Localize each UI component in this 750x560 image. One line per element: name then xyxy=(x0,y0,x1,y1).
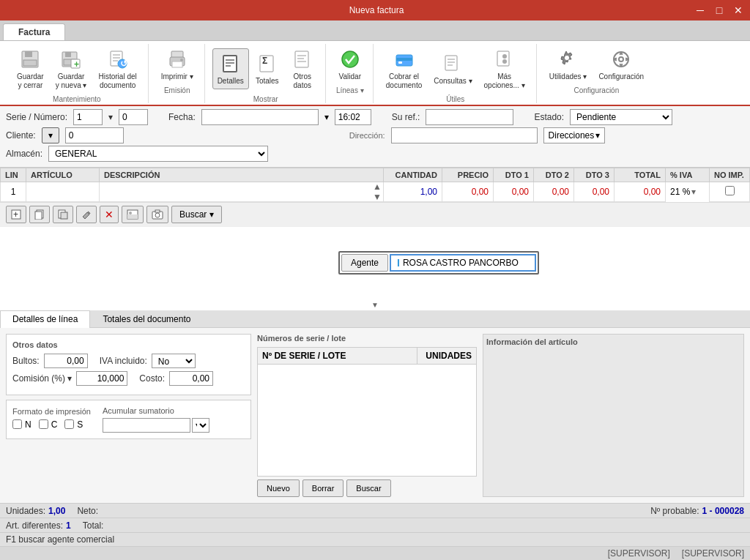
formato-n-checkbox[interactable] xyxy=(12,419,22,429)
tab-totales-documento[interactable]: Totales del documento xyxy=(90,310,203,327)
art-dif-label: Art. diferentes: xyxy=(6,520,63,531)
historial-button[interactable]: ↺ Historial deldocumento xyxy=(94,44,142,94)
borrar-serie-button[interactable]: Borrar xyxy=(302,479,344,497)
numero-input[interactable] xyxy=(119,109,148,125)
cell-cantidad[interactable]: 1,00 xyxy=(384,182,442,202)
validar-button[interactable]: Validar xyxy=(333,44,367,85)
imprimir-button[interactable]: Imprimir ▾ xyxy=(156,44,198,85)
buscar-serie-button[interactable]: Buscar xyxy=(346,479,390,497)
bultos-input[interactable] xyxy=(44,354,88,368)
acumular-input[interactable] xyxy=(103,418,190,433)
svg-rect-16 xyxy=(172,61,182,67)
agente-button[interactable]: Agente xyxy=(341,254,388,272)
cell-descripcion[interactable]: ▲ ▼ xyxy=(100,182,384,202)
window-controls[interactable]: ─ □ ✕ xyxy=(691,3,747,18)
hora-input[interactable] xyxy=(335,109,371,125)
svg-point-39 xyxy=(565,56,569,60)
ribbon-group-emision: Imprimir ▾ Emisión xyxy=(150,44,205,103)
tab-detalles-linea[interactable]: Detalles de línea xyxy=(0,310,90,328)
cell-lin: 1 xyxy=(1,182,26,202)
series-col-unidades: UNIDADES xyxy=(417,348,476,364)
copy-row-button[interactable] xyxy=(29,206,50,223)
ribbon: Guardary cerrar + Guardary nueva ▾ xyxy=(0,41,750,106)
ribbon-group-configuracion: Utilidades ▾ Configuración Configuración xyxy=(538,44,655,103)
otros-datos-button[interactable]: Otrosdatos xyxy=(286,44,319,94)
svg-rect-46 xyxy=(35,212,42,220)
bultos-label: Bultos: xyxy=(12,356,40,366)
utilidades-label: Utilidades ▾ xyxy=(549,72,587,81)
consultas-button[interactable]: Consultas ▾ xyxy=(428,48,477,89)
direcciones-button[interactable]: Direcciones ▾ xyxy=(543,127,606,143)
tab-factura[interactable]: Factura xyxy=(3,23,65,40)
guardar-nueva-button[interactable]: + Guardary nueva ▾ xyxy=(51,44,92,94)
cell-total[interactable]: 0,00 xyxy=(615,182,666,202)
svg-rect-48 xyxy=(61,212,67,219)
cell-dto1[interactable]: 0,00 xyxy=(494,182,534,202)
cell-dto2[interactable]: 0,00 xyxy=(534,182,574,202)
new-row-button[interactable]: + xyxy=(6,206,26,223)
comision-input[interactable] xyxy=(76,371,127,386)
maximize-button[interactable]: □ xyxy=(710,3,728,18)
agent-popup: Agente I ROSA CASTRO PANCORBO xyxy=(338,251,539,275)
buscar-linea-button[interactable]: Buscar ▾ xyxy=(171,206,222,223)
edit-row-button[interactable] xyxy=(76,206,97,223)
cliente-input[interactable] xyxy=(65,127,124,143)
shortcut-bar: F1 buscar agente comercial xyxy=(0,532,750,546)
detalles-button[interactable]: Detalles xyxy=(212,48,249,89)
table-row[interactable]: 1 ▲ ▼ 1,00 0,00 0,00 0,00 0,00 0,00 21 % xyxy=(1,182,750,202)
cobrar-button[interactable]: Cobrar eldocumento xyxy=(381,44,427,94)
svg-rect-24 xyxy=(295,51,308,67)
scroll-down-indicator[interactable]: ▼ xyxy=(0,299,750,310)
close-button[interactable]: ✕ xyxy=(729,3,747,18)
direccion-input[interactable] xyxy=(391,127,538,143)
svg-rect-53 xyxy=(155,210,160,212)
formato-s-checkbox[interactable] xyxy=(64,419,74,429)
historial-icon: ↺ xyxy=(106,48,130,71)
image-button[interactable] xyxy=(122,206,144,223)
svg-text:+: + xyxy=(74,59,79,70)
serie-input[interactable] xyxy=(73,109,103,125)
cell-precio[interactable]: 0,00 xyxy=(442,182,494,202)
costo-input[interactable] xyxy=(169,371,213,386)
guardar-cerrar-label: Guardary cerrar xyxy=(17,72,44,90)
almacen-select[interactable]: GENERAL xyxy=(48,146,268,162)
title-bar: Nueva factura ─ □ ✕ xyxy=(0,0,750,20)
validar-icon xyxy=(338,48,362,71)
supervisor1: [SUPERVISOR] xyxy=(608,548,670,559)
iva-incluido-select[interactable]: No xyxy=(152,354,196,368)
guardar-cerrar-button[interactable]: Guardary cerrar xyxy=(12,44,49,94)
agente-value: ROSA CASTRO PANCORBO xyxy=(403,258,519,268)
detalles-label: Detalles xyxy=(218,77,244,86)
noimp-checkbox[interactable] xyxy=(725,186,735,195)
svg-point-51 xyxy=(129,212,132,214)
cell-articulo[interactable] xyxy=(26,182,100,202)
status-art-dif: Art. diferentes: 1 xyxy=(6,520,71,531)
svg-text:↺: ↺ xyxy=(120,59,127,69)
nuevo-serie-button[interactable]: Nuevo xyxy=(257,479,300,497)
minimize-button[interactable]: ─ xyxy=(691,3,709,18)
photo-button[interactable] xyxy=(146,206,168,223)
cell-dto3[interactable]: 0,00 xyxy=(574,182,615,202)
cell-noimp[interactable] xyxy=(710,182,750,202)
col-total: TOTAL xyxy=(615,168,666,182)
fecha-input[interactable] xyxy=(201,109,319,125)
configuracion-button[interactable]: Configuración xyxy=(593,44,649,85)
acumular-select[interactable]: ▾ xyxy=(192,418,209,433)
mas-opciones-button[interactable]: Másopciones... ▾ xyxy=(479,44,530,94)
delete-row-button[interactable]: ✕ xyxy=(100,206,119,223)
table-toolbar: + ✕ Buscar ▾ xyxy=(0,202,750,226)
copy2-row-button[interactable] xyxy=(53,206,73,223)
cliente-button[interactable]: ▾ xyxy=(42,127,59,143)
svg-rect-4 xyxy=(65,52,71,57)
col-noimp: NO IMP. xyxy=(710,168,750,182)
cell-iva[interactable]: 21 % ▾ xyxy=(666,182,709,201)
su-ref-input[interactable] xyxy=(426,109,513,125)
utilidades-button[interactable]: Utilidades ▾ xyxy=(544,44,593,85)
estado-select[interactable]: Pendiente xyxy=(570,109,672,125)
utiles-label: Útiles xyxy=(446,95,464,103)
col-dto1: DTO 1 xyxy=(494,168,534,182)
serie-label: Serie / Número: xyxy=(6,112,67,122)
formato-c-checkbox[interactable] xyxy=(39,419,48,429)
configuracion-group-label: Configuración xyxy=(574,86,620,94)
totales-button[interactable]: Σ Totales xyxy=(250,48,284,89)
